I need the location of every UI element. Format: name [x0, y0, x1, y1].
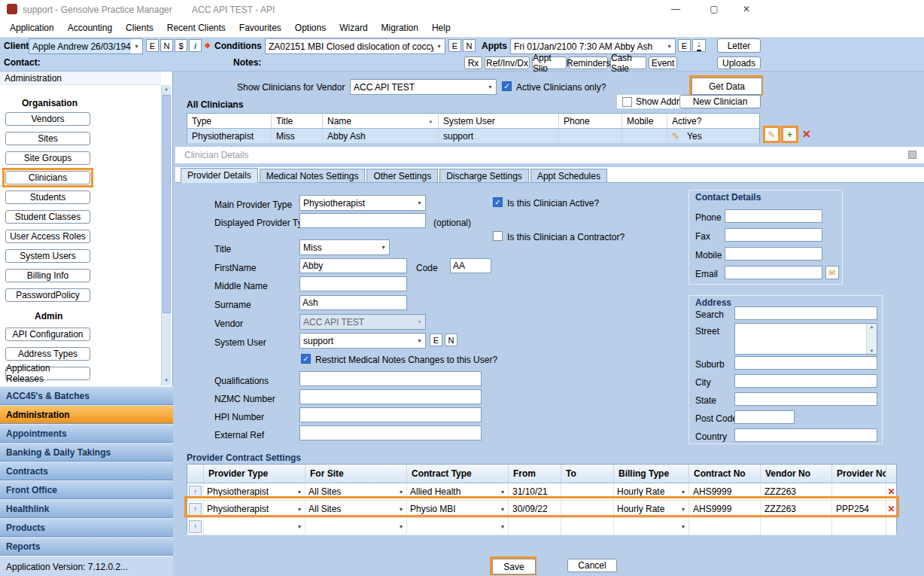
client-combobox[interactable]: Apple Andrew 26/03/1945 ▾ — [29, 38, 143, 54]
column-header-provider-no[interactable]: Provider No — [832, 465, 886, 483]
sidebar-item-vendors[interactable]: Vendors — [5, 112, 90, 126]
menu-options[interactable]: Options — [288, 19, 333, 38]
menu-wizard[interactable]: Wizard — [333, 19, 374, 38]
sidebar-item-user-access-roles[interactable]: User Access Roles — [5, 230, 90, 243]
sidebar-item-api-configuration[interactable]: API Configuration — [5, 328, 90, 341]
rx-button[interactable]: Rx — [464, 56, 482, 69]
column-header-billing-type[interactable]: Billing Type — [614, 465, 689, 483]
contract-type-cell[interactable]: Physio MBI▾ — [407, 501, 509, 517]
contract-provider-type-cell[interactable]: ▾ — [204, 518, 305, 535]
minimize-icon[interactable]: — — [664, 2, 688, 17]
column-header-provider-type[interactable]: Provider Type — [204, 465, 305, 483]
menu-recent-clients[interactable]: Recent Clients — [160, 19, 233, 38]
move-up-icon[interactable]: ↑ — [189, 520, 202, 533]
menu-clients[interactable]: Clients — [119, 19, 160, 38]
sidebar-item-billing-info[interactable]: Billing Info — [5, 269, 90, 282]
scroll-down-icon[interactable]: ▼ — [869, 348, 875, 354]
contract-to-cell[interactable] — [561, 483, 614, 500]
show-address-checkbox[interactable] — [622, 97, 632, 107]
contract-no-cell[interactable] — [689, 518, 761, 535]
sidebar-item-address-types[interactable]: Address Types — [5, 347, 90, 361]
new-clinician-button[interactable]: New Clinician — [679, 95, 761, 108]
sidebar-item-student-classes[interactable]: Student Classes — [5, 210, 90, 224]
tab-other-settings[interactable]: Other Settings — [366, 169, 438, 182]
country-input[interactable] — [734, 428, 877, 442]
accordion-banking-daily-takings[interactable]: Banking & Daily Takings — [0, 443, 173, 462]
column-header-for-site[interactable]: For Site — [305, 465, 407, 483]
column-header-to[interactable]: To — [561, 465, 614, 483]
restrict-notes-checkbox[interactable]: ✓ — [301, 354, 311, 364]
contract-vendor-no-cell[interactable]: ZZZ263 — [761, 483, 832, 500]
close-icon[interactable]: ✕ — [734, 2, 758, 17]
save-button[interactable]: Save — [492, 559, 536, 574]
accordion-administration[interactable]: Administration — [0, 405, 173, 424]
uploads-button[interactable]: Uploads — [717, 56, 761, 69]
contract-provider-type-cell[interactable]: Physiotherapist▾ — [204, 483, 305, 500]
contract-row-empty[interactable]: ↑ ▾ ▾ ▾ ▾ — [187, 518, 896, 535]
move-up-icon[interactable]: ↑ — [189, 503, 202, 516]
sidebar-item-sites[interactable]: Sites — [5, 132, 90, 145]
accordion-contracts[interactable]: Contracts — [0, 462, 173, 480]
accordion-appointments[interactable]: Appointments — [0, 424, 173, 443]
column-header-phone[interactable]: Phone — [559, 114, 622, 128]
delete-contract-icon[interactable]: ✕ — [887, 504, 895, 514]
sidebar-item-clinicians[interactable]: Clinicians — [5, 171, 90, 184]
column-header-system-user[interactable]: System User — [439, 114, 559, 128]
contract-to-cell[interactable] — [561, 501, 614, 517]
move-up-icon[interactable]: ↑ — [189, 486, 202, 498]
appts-edit-button[interactable]: E — [678, 39, 691, 52]
conditions-new-button[interactable]: N — [463, 39, 476, 52]
code-input[interactable] — [450, 258, 491, 273]
system-user-new-button[interactable]: N — [445, 334, 457, 346]
letter-button[interactable]: Letter — [717, 38, 761, 53]
reminders-button[interactable]: Reminders — [569, 56, 608, 69]
contract-provider-no-cell[interactable] — [832, 518, 886, 535]
column-header-from[interactable]: From — [509, 465, 561, 483]
clinician-row[interactable]: Physiotherapist Miss Abby Ash support ✎ … — [187, 129, 759, 143]
contract-type-cell[interactable]: ▾ — [407, 518, 509, 535]
address-search-input[interactable] — [734, 306, 877, 320]
client-new-button[interactable]: N — [160, 39, 173, 52]
menu-favourites[interactable]: Favourites — [233, 19, 288, 38]
cash-sale-button[interactable]: Cash Sale — [610, 56, 646, 69]
contract-provider-type-cell[interactable]: Physiotherapist▾ — [204, 501, 305, 517]
tab-medical-notes-settings[interactable]: Medical Notes Settings — [260, 169, 366, 182]
add-clinician-icon[interactable]: + — [783, 128, 796, 141]
fax-input[interactable] — [725, 228, 822, 242]
clinician-contractor-checkbox[interactable] — [493, 231, 503, 241]
contract-vendor-no-cell[interactable] — [761, 518, 832, 535]
contract-provider-no-cell[interactable] — [832, 483, 886, 500]
hpi-number-input[interactable] — [299, 407, 482, 422]
scroll-up-icon[interactable]: ▲ — [163, 86, 169, 92]
contract-billing-type-cell[interactable]: Hourly Rate▾ — [614, 483, 689, 500]
client-info-button[interactable]: i — [189, 39, 202, 52]
contract-to-cell[interactable] — [561, 518, 614, 535]
contract-from-cell[interactable]: 30/09/22 — [509, 501, 561, 517]
accordion-reports[interactable]: Reports — [0, 537, 173, 556]
client-edit-button[interactable]: E — [146, 39, 159, 52]
accordion-front-office[interactable]: Front Office — [0, 480, 173, 499]
menu-application[interactable]: Application — [3, 19, 61, 38]
column-header-vendor-no[interactable]: Vendor No — [761, 465, 832, 483]
appts-download-button[interactable]: ↓ — [692, 39, 706, 52]
ref-inv-dx-button[interactable]: Ref/Inv/Dx — [485, 56, 530, 69]
sidebar-item-application-releases[interactable]: Application Releases — [5, 367, 90, 380]
edit-row-icon[interactable]: ✎ — [672, 131, 679, 142]
contract-from-cell[interactable]: 31/10/21 — [509, 483, 561, 500]
firstname-input[interactable] — [299, 258, 407, 273]
menu-help[interactable]: Help — [425, 19, 457, 38]
maximize-icon[interactable]: ▢ — [702, 2, 726, 17]
menu-migration[interactable]: Migration — [375, 19, 425, 38]
contract-billing-type-cell[interactable]: Hourly Rate▾ — [614, 501, 689, 517]
event-button[interactable]: Event — [649, 56, 677, 69]
accordion-acc45s-batches[interactable]: ACC45's & Batches — [0, 386, 173, 405]
main-provider-type-combobox[interactable]: Physiotherapist ▾ — [299, 195, 426, 211]
accordion-products[interactable]: Products — [0, 518, 173, 537]
surname-input[interactable] — [299, 295, 407, 310]
nzmc-number-input[interactable] — [299, 389, 482, 404]
sidebar-item-password-policy[interactable]: PasswordPolicy — [5, 288, 90, 302]
panel-resize-icon[interactable] — [908, 151, 916, 159]
email-input[interactable] — [725, 266, 822, 279]
contract-type-cell[interactable]: Allied Health▾ — [407, 483, 509, 500]
scrollbar-thumb[interactable] — [163, 95, 171, 313]
